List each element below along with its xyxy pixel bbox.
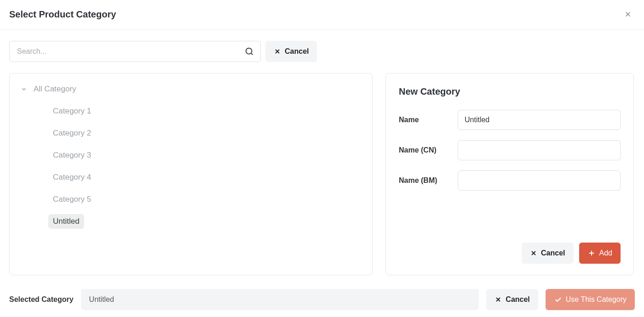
add-category-button[interactable]: Add bbox=[579, 243, 621, 264]
close-icon bbox=[530, 249, 537, 257]
search-cancel-button[interactable]: Cancel bbox=[265, 41, 317, 62]
footer-cancel-button[interactable]: Cancel bbox=[486, 289, 538, 310]
tree-item[interactable]: Category 5 bbox=[21, 190, 361, 212]
selected-category-value: Untitled bbox=[89, 295, 114, 304]
tree-item[interactable]: Category 3 bbox=[21, 146, 361, 168]
new-category-panel: New Category Name Name (CN) Name (BM) Ca… bbox=[385, 73, 634, 275]
close-icon bbox=[624, 10, 632, 18]
close-button[interactable] bbox=[622, 8, 634, 20]
button-label: Use This Category bbox=[566, 295, 627, 304]
search-icon bbox=[244, 46, 254, 57]
close-icon bbox=[274, 48, 281, 55]
button-label: Cancel bbox=[285, 47, 309, 56]
selected-category-pill: Untitled bbox=[81, 289, 479, 310]
chevron-down-icon bbox=[21, 86, 27, 92]
plus-icon bbox=[587, 249, 596, 257]
close-icon bbox=[494, 296, 502, 303]
new-category-cancel-button[interactable]: Cancel bbox=[522, 243, 573, 264]
button-label: Add bbox=[599, 249, 612, 257]
check-icon bbox=[554, 295, 562, 304]
name-input[interactable] bbox=[458, 110, 621, 130]
tree-item-label: Category 1 bbox=[48, 104, 96, 119]
category-tree-panel: All Category Category 1Category 2Categor… bbox=[9, 73, 373, 275]
search-input[interactable] bbox=[9, 41, 261, 62]
tree-item[interactable]: Category 4 bbox=[21, 168, 361, 190]
button-label: Cancel bbox=[541, 249, 565, 257]
search-button[interactable] bbox=[242, 44, 257, 59]
tree-item[interactable]: Untitled bbox=[21, 212, 361, 234]
panel-title: New Category bbox=[399, 86, 621, 97]
button-label: Cancel bbox=[506, 295, 529, 304]
tree-root[interactable]: All Category bbox=[21, 85, 361, 94]
name-cn-input[interactable] bbox=[458, 140, 621, 160]
svg-point-0 bbox=[246, 48, 252, 54]
tree-item-label: Category 3 bbox=[48, 148, 96, 163]
name-label: Name bbox=[399, 116, 450, 124]
tree-item-label: Untitled bbox=[48, 214, 84, 229]
tree-item-label: Category 5 bbox=[48, 192, 96, 207]
name-bm-label: Name (BM) bbox=[399, 176, 450, 185]
dialog-title: Select Product Category bbox=[9, 9, 116, 20]
tree-root-label: All Category bbox=[34, 85, 76, 94]
name-bm-input[interactable] bbox=[458, 170, 621, 191]
name-cn-label: Name (CN) bbox=[399, 146, 450, 154]
tree-item[interactable]: Category 2 bbox=[21, 124, 361, 146]
selected-category-label: Selected Category bbox=[9, 295, 74, 304]
use-this-category-button[interactable]: Use This Category bbox=[546, 289, 635, 310]
tree-item-label: Category 4 bbox=[48, 170, 96, 185]
tree-item[interactable]: Category 1 bbox=[21, 102, 361, 124]
tree-item-label: Category 2 bbox=[48, 126, 96, 141]
